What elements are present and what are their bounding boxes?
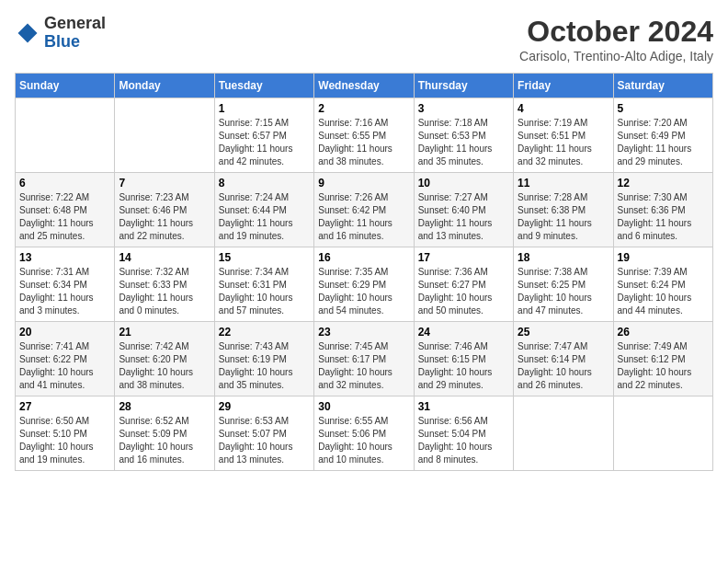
calendar-cell: 27Sunrise: 6:50 AM Sunset: 5:10 PM Dayli…	[16, 396, 115, 471]
svg-marker-0	[18, 23, 38, 42]
day-number: 21	[119, 326, 210, 339]
calendar-cell: 5Sunrise: 7:20 AM Sunset: 6:49 PM Daylig…	[613, 98, 712, 173]
day-number: 4	[518, 102, 609, 115]
day-number: 22	[219, 326, 310, 339]
day-info: Sunrise: 7:41 AM Sunset: 6:22 PM Dayligh…	[19, 340, 110, 392]
calendar-cell	[16, 98, 115, 173]
day-info: Sunrise: 7:19 AM Sunset: 6:51 PM Dayligh…	[518, 117, 609, 168]
week-row-1: 1Sunrise: 7:15 AM Sunset: 6:57 PM Daylig…	[16, 98, 713, 173]
day-info: Sunrise: 7:31 AM Sunset: 6:34 PM Dayligh…	[19, 266, 110, 317]
day-info: Sunrise: 6:56 AM Sunset: 5:04 PM Dayligh…	[418, 415, 509, 466]
day-number: 14	[119, 251, 210, 264]
day-number: 10	[418, 177, 509, 190]
day-number: 28	[119, 400, 210, 413]
day-number: 2	[318, 102, 409, 115]
calendar-cell: 16Sunrise: 7:35 AM Sunset: 6:29 PM Dayli…	[314, 247, 414, 322]
day-info: Sunrise: 7:15 AM Sunset: 6:57 PM Dayligh…	[219, 117, 310, 168]
day-number: 19	[618, 251, 709, 264]
day-info: Sunrise: 7:39 AM Sunset: 6:24 PM Dayligh…	[618, 266, 709, 317]
calendar-subtitle: Carisolo, Trentino-Alto Adige, Italy	[519, 49, 713, 63]
day-info: Sunrise: 6:52 AM Sunset: 5:09 PM Dayligh…	[119, 415, 210, 466]
column-header-tuesday: Tuesday	[214, 74, 313, 98]
day-number: 25	[518, 326, 609, 339]
calendar-cell: 23Sunrise: 7:45 AM Sunset: 6:17 PM Dayli…	[314, 322, 414, 396]
day-number: 30	[318, 400, 409, 413]
calendar-cell: 29Sunrise: 6:53 AM Sunset: 5:07 PM Dayli…	[214, 396, 313, 471]
day-number: 31	[418, 400, 509, 413]
title-block: October 2024 Carisolo, Trentino-Alto Adi…	[519, 15, 713, 63]
day-number: 16	[318, 251, 409, 264]
column-header-wednesday: Wednesday	[314, 74, 414, 98]
calendar-cell: 6Sunrise: 7:22 AM Sunset: 6:48 PM Daylig…	[16, 173, 115, 247]
column-header-sunday: Sunday	[16, 74, 115, 98]
calendar-cell: 14Sunrise: 7:32 AM Sunset: 6:33 PM Dayli…	[115, 247, 214, 322]
calendar-cell: 4Sunrise: 7:19 AM Sunset: 6:51 PM Daylig…	[514, 98, 613, 173]
day-info: Sunrise: 7:24 AM Sunset: 6:44 PM Dayligh…	[219, 191, 310, 243]
day-info: Sunrise: 6:53 AM Sunset: 5:07 PM Dayligh…	[219, 415, 310, 466]
column-header-monday: Monday	[115, 74, 214, 98]
calendar-cell: 10Sunrise: 7:27 AM Sunset: 6:40 PM Dayli…	[414, 173, 513, 247]
week-row-3: 13Sunrise: 7:31 AM Sunset: 6:34 PM Dayli…	[16, 247, 713, 322]
calendar-cell: 7Sunrise: 7:23 AM Sunset: 6:46 PM Daylig…	[115, 173, 214, 247]
day-info: Sunrise: 7:20 AM Sunset: 6:49 PM Dayligh…	[618, 117, 709, 168]
page-header: General Blue October 2024 Carisolo, Tren…	[15, 15, 713, 63]
calendar-cell: 8Sunrise: 7:24 AM Sunset: 6:44 PM Daylig…	[214, 173, 313, 247]
calendar-cell: 12Sunrise: 7:30 AM Sunset: 6:36 PM Dayli…	[613, 173, 712, 247]
calendar-cell: 11Sunrise: 7:28 AM Sunset: 6:38 PM Dayli…	[514, 173, 613, 247]
day-number: 26	[618, 326, 709, 339]
day-number: 23	[318, 326, 409, 339]
calendar-cell: 26Sunrise: 7:49 AM Sunset: 6:12 PM Dayli…	[613, 322, 712, 396]
day-info: Sunrise: 7:46 AM Sunset: 6:15 PM Dayligh…	[418, 340, 509, 392]
day-number: 27	[19, 400, 110, 413]
calendar-cell: 18Sunrise: 7:38 AM Sunset: 6:25 PM Dayli…	[514, 247, 613, 322]
day-info: Sunrise: 7:42 AM Sunset: 6:20 PM Dayligh…	[119, 340, 210, 392]
logo: General Blue	[15, 15, 106, 52]
day-number: 3	[418, 102, 509, 115]
day-info: Sunrise: 7:36 AM Sunset: 6:27 PM Dayligh…	[418, 266, 509, 317]
calendar-cell	[613, 396, 712, 471]
day-number: 15	[219, 251, 310, 264]
day-number: 7	[119, 177, 210, 190]
week-row-2: 6Sunrise: 7:22 AM Sunset: 6:48 PM Daylig…	[16, 173, 713, 247]
logo-general-text: General	[44, 14, 106, 32]
day-number: 8	[219, 177, 310, 190]
day-number: 24	[418, 326, 509, 339]
calendar-title: October 2024	[519, 15, 713, 49]
calendar-table: SundayMondayTuesdayWednesdayThursdayFrid…	[15, 73, 713, 471]
day-info: Sunrise: 7:47 AM Sunset: 6:14 PM Dayligh…	[518, 340, 609, 392]
day-number: 29	[219, 400, 310, 413]
calendar-cell: 24Sunrise: 7:46 AM Sunset: 6:15 PM Dayli…	[414, 322, 513, 396]
day-info: Sunrise: 7:38 AM Sunset: 6:25 PM Dayligh…	[518, 266, 609, 317]
calendar-header-row: SundayMondayTuesdayWednesdayThursdayFrid…	[16, 74, 713, 98]
day-number: 13	[19, 251, 110, 264]
day-info: Sunrise: 7:43 AM Sunset: 6:19 PM Dayligh…	[219, 340, 310, 392]
day-info: Sunrise: 7:23 AM Sunset: 6:46 PM Dayligh…	[119, 191, 210, 243]
day-info: Sunrise: 6:50 AM Sunset: 5:10 PM Dayligh…	[19, 415, 110, 466]
day-info: Sunrise: 7:28 AM Sunset: 6:38 PM Dayligh…	[518, 191, 609, 243]
calendar-cell: 22Sunrise: 7:43 AM Sunset: 6:19 PM Dayli…	[214, 322, 313, 396]
day-number: 5	[618, 102, 709, 115]
column-header-friday: Friday	[514, 74, 613, 98]
logo-icon	[15, 20, 40, 46]
day-number: 17	[418, 251, 509, 264]
day-number: 18	[518, 251, 609, 264]
calendar-cell: 15Sunrise: 7:34 AM Sunset: 6:31 PM Dayli…	[214, 247, 313, 322]
day-number: 9	[318, 177, 409, 190]
calendar-cell	[514, 396, 613, 471]
column-header-thursday: Thursday	[414, 74, 513, 98]
day-info: Sunrise: 7:22 AM Sunset: 6:48 PM Dayligh…	[19, 191, 110, 243]
calendar-cell: 2Sunrise: 7:16 AM Sunset: 6:55 PM Daylig…	[314, 98, 414, 173]
day-info: Sunrise: 7:30 AM Sunset: 6:36 PM Dayligh…	[618, 191, 709, 243]
day-info: Sunrise: 7:26 AM Sunset: 6:42 PM Dayligh…	[318, 191, 409, 243]
day-info: Sunrise: 6:55 AM Sunset: 5:06 PM Dayligh…	[318, 415, 409, 466]
day-info: Sunrise: 7:18 AM Sunset: 6:53 PM Dayligh…	[418, 117, 509, 168]
calendar-cell: 3Sunrise: 7:18 AM Sunset: 6:53 PM Daylig…	[414, 98, 513, 173]
calendar-cell: 9Sunrise: 7:26 AM Sunset: 6:42 PM Daylig…	[314, 173, 414, 247]
day-number: 1	[219, 102, 310, 115]
calendar-cell: 13Sunrise: 7:31 AM Sunset: 6:34 PM Dayli…	[16, 247, 115, 322]
day-info: Sunrise: 7:45 AM Sunset: 6:17 PM Dayligh…	[318, 340, 409, 392]
day-number: 20	[19, 326, 110, 339]
calendar-cell: 30Sunrise: 6:55 AM Sunset: 5:06 PM Dayli…	[314, 396, 414, 471]
day-number: 12	[618, 177, 709, 190]
day-info: Sunrise: 7:49 AM Sunset: 6:12 PM Dayligh…	[618, 340, 709, 392]
